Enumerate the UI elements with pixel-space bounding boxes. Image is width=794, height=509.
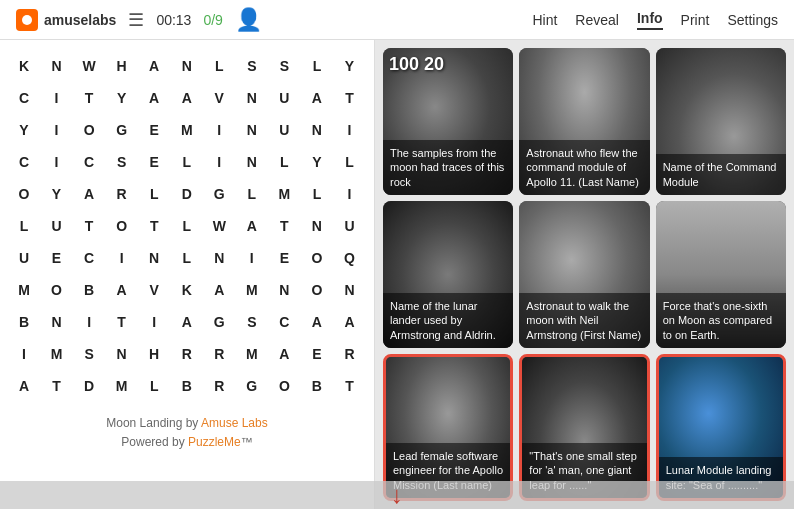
ws-cell[interactable]: I xyxy=(106,242,138,274)
ws-cell[interactable]: U xyxy=(333,210,365,242)
ws-cell[interactable]: A xyxy=(171,306,203,338)
ws-cell[interactable]: L xyxy=(171,146,203,178)
ws-cell[interactable]: L xyxy=(138,178,170,210)
ws-cell[interactable]: L xyxy=(268,146,300,178)
ws-cell[interactable]: A xyxy=(301,306,333,338)
ws-cell[interactable]: T xyxy=(333,370,365,402)
ws-cell[interactable]: E xyxy=(138,146,170,178)
ws-cell[interactable]: W xyxy=(73,50,105,82)
ws-cell[interactable]: R xyxy=(203,370,235,402)
ws-cell[interactable]: H xyxy=(106,50,138,82)
ws-cell[interactable]: E xyxy=(41,242,73,274)
ws-cell[interactable]: O xyxy=(73,114,105,146)
ws-cell[interactable]: A xyxy=(8,370,40,402)
clue-card[interactable]: 100 20The samples from the moon had trac… xyxy=(383,48,513,195)
ws-cell[interactable]: S xyxy=(73,338,105,370)
ws-cell[interactable]: C xyxy=(73,146,105,178)
info-button[interactable]: Info xyxy=(637,10,663,30)
ws-cell[interactable]: C xyxy=(73,242,105,274)
reveal-button[interactable]: Reveal xyxy=(575,12,619,28)
ws-cell[interactable]: M xyxy=(41,338,73,370)
ws-cell[interactable]: B xyxy=(171,370,203,402)
ws-cell[interactable]: G xyxy=(106,114,138,146)
ws-cell[interactable]: M xyxy=(8,274,40,306)
ws-cell[interactable]: B xyxy=(301,370,333,402)
ws-cell[interactable]: U xyxy=(268,82,300,114)
ws-cell[interactable]: T xyxy=(106,306,138,338)
ws-cell[interactable]: A xyxy=(203,274,235,306)
ws-cell[interactable]: N xyxy=(106,338,138,370)
ws-cell[interactable]: S xyxy=(236,50,268,82)
clue-card[interactable]: Name of the lunar lander used by Armstro… xyxy=(383,201,513,348)
ws-cell[interactable]: T xyxy=(333,82,365,114)
ws-cell[interactable]: V xyxy=(203,82,235,114)
ws-cell[interactable]: T xyxy=(73,210,105,242)
ws-cell[interactable]: A xyxy=(268,338,300,370)
ws-cell[interactable]: S xyxy=(106,146,138,178)
ws-cell[interactable]: H xyxy=(138,338,170,370)
ws-cell[interactable]: T xyxy=(138,210,170,242)
ws-cell[interactable]: A xyxy=(106,274,138,306)
ws-cell[interactable]: W xyxy=(203,210,235,242)
user-icon[interactable]: 👤 xyxy=(235,7,262,33)
clue-card[interactable]: Name of the Command Module xyxy=(656,48,786,195)
ws-cell[interactable]: L xyxy=(171,210,203,242)
footer-link2[interactable]: PuzzleMe xyxy=(188,435,241,449)
ws-cell[interactable]: L xyxy=(301,50,333,82)
ws-cell[interactable]: A xyxy=(236,210,268,242)
ws-cell[interactable]: N xyxy=(171,50,203,82)
footer-link[interactable]: Amuse Labs xyxy=(201,416,268,430)
ws-cell[interactable]: I xyxy=(333,114,365,146)
ws-cell[interactable]: N xyxy=(236,114,268,146)
ws-cell[interactable]: A xyxy=(138,50,170,82)
ws-cell[interactable]: I xyxy=(236,242,268,274)
ws-cell[interactable]: A xyxy=(301,82,333,114)
ws-cell[interactable]: L xyxy=(333,146,365,178)
menu-icon[interactable]: ☰ xyxy=(128,9,144,31)
ws-cell[interactable]: A xyxy=(333,306,365,338)
ws-cell[interactable]: G xyxy=(203,306,235,338)
ws-cell[interactable]: B xyxy=(8,306,40,338)
ws-cell[interactable]: L xyxy=(301,178,333,210)
ws-cell[interactable]: S xyxy=(268,50,300,82)
ws-cell[interactable]: K xyxy=(171,274,203,306)
ws-cell[interactable]: N xyxy=(41,306,73,338)
ws-cell[interactable]: M xyxy=(171,114,203,146)
ws-cell[interactable]: Y xyxy=(41,178,73,210)
ws-cell[interactable]: T xyxy=(73,82,105,114)
ws-cell[interactable]: M xyxy=(236,274,268,306)
ws-cell[interactable]: G xyxy=(236,370,268,402)
ws-cell[interactable]: D xyxy=(171,178,203,210)
ws-cell[interactable]: O xyxy=(301,242,333,274)
ws-cell[interactable]: Y xyxy=(333,50,365,82)
ws-cell[interactable]: B xyxy=(73,274,105,306)
ws-cell[interactable]: I xyxy=(333,178,365,210)
ws-cell[interactable]: U xyxy=(41,210,73,242)
clue-card[interactable]: Astronaut to walk the moon with Neil Arm… xyxy=(519,201,649,348)
ws-cell[interactable]: T xyxy=(268,210,300,242)
ws-cell[interactable]: I xyxy=(41,146,73,178)
ws-cell[interactable]: I xyxy=(203,146,235,178)
ws-cell[interactable]: L xyxy=(236,178,268,210)
print-button[interactable]: Print xyxy=(681,12,710,28)
hint-button[interactable]: Hint xyxy=(532,12,557,28)
ws-cell[interactable]: C xyxy=(268,306,300,338)
ws-cell[interactable]: N xyxy=(236,146,268,178)
ws-cell[interactable]: O xyxy=(106,210,138,242)
ws-cell[interactable]: U xyxy=(268,114,300,146)
ws-cell[interactable]: M xyxy=(236,338,268,370)
ws-cell[interactable]: O xyxy=(301,274,333,306)
ws-cell[interactable]: Y xyxy=(301,146,333,178)
ws-cell[interactable]: I xyxy=(8,338,40,370)
ws-cell[interactable]: I xyxy=(41,82,73,114)
ws-cell[interactable]: V xyxy=(138,274,170,306)
clue-card[interactable]: Lunar Module landing site: "Sea of .....… xyxy=(656,354,786,501)
clue-card[interactable]: Lead female software engineer for the Ap… xyxy=(383,354,513,501)
clue-card[interactable]: Force that's one-sixth on Moon as compar… xyxy=(656,201,786,348)
ws-cell[interactable]: R xyxy=(333,338,365,370)
ws-cell[interactable]: L xyxy=(138,370,170,402)
ws-cell[interactable]: D xyxy=(73,370,105,402)
ws-cell[interactable]: L xyxy=(8,210,40,242)
ws-cell[interactable]: R xyxy=(171,338,203,370)
ws-cell[interactable]: N xyxy=(236,82,268,114)
